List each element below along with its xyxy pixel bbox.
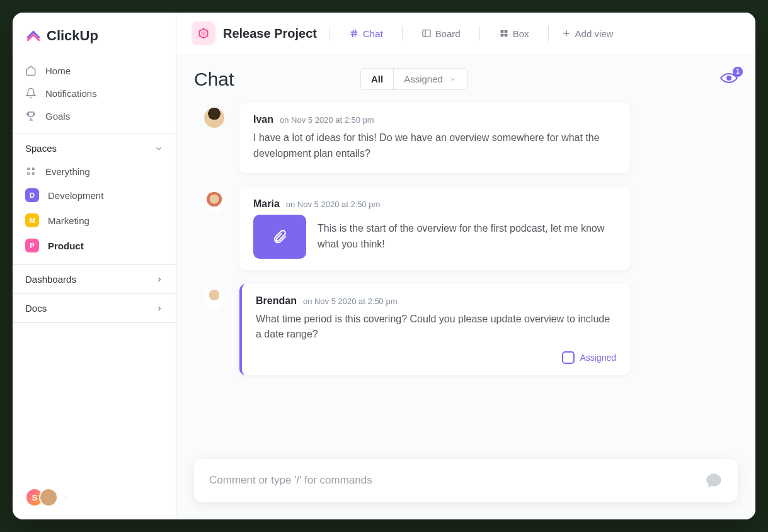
spaces-label: Spaces (25, 143, 57, 154)
svg-point-3 (32, 173, 34, 174)
divider (548, 26, 549, 41)
user-menu[interactable]: S (13, 475, 176, 519)
message-body: What time period is this covering? Could… (256, 312, 616, 343)
svg-point-2 (28, 173, 30, 174)
space-badge: P (25, 239, 39, 252)
nav-goals[interactable]: Goals (13, 105, 176, 127)
message-card[interactable]: Maria on Nov 5 2020 at 2:50 pm This is t… (239, 187, 630, 270)
composer (194, 459, 738, 502)
space-label: Development (48, 190, 103, 201)
message-author: Ivan (253, 114, 273, 125)
primary-nav: Home Notifications Goals (13, 57, 176, 133)
filter-assigned[interactable]: Assigned (394, 69, 467, 89)
message-time: on Nov 5 2020 at 2:50 pm (280, 115, 374, 125)
nav-dashboards[interactable]: Dashboards (13, 265, 176, 293)
filter-label: Assigned (404, 74, 443, 84)
assigned-label: Assigned (580, 353, 616, 363)
bell-icon (25, 88, 37, 99)
tab-label: Box (513, 28, 529, 39)
tab-label: Chat (363, 28, 383, 39)
app-logo[interactable]: ClickUp (13, 13, 176, 57)
add-view-button[interactable]: Add view (561, 28, 614, 39)
logo-text: ClickUp (47, 28, 98, 44)
tab-label: Board (435, 28, 461, 39)
avatar-stack: S (25, 488, 58, 507)
space-label: Everything (45, 166, 90, 177)
message: Maria on Nov 5 2020 at 2:50 pm This is t… (239, 187, 738, 270)
project-title: Release Project (223, 26, 317, 41)
view-tab-box[interactable]: Box (493, 25, 536, 43)
nav-notifications[interactable]: Notifications (13, 82, 176, 105)
spaces-toggle[interactable]: Spaces (13, 134, 176, 160)
space-badge: M (25, 213, 39, 227)
filter-pills: All Assigned (360, 68, 467, 90)
divider (13, 322, 176, 323)
space-everything[interactable]: Everything (13, 160, 176, 183)
space-marketing[interactable]: M Marketing (13, 208, 176, 233)
main-content: Release Project Chat Board Box Add view (176, 13, 755, 519)
space-label: Marketing (48, 215, 89, 226)
chat-header: Chat All Assigned 1 (176, 54, 755, 96)
view-tab-chat[interactable]: Chat (343, 25, 389, 43)
grid-icon (25, 166, 37, 177)
divider (479, 26, 480, 41)
message-time: on Nov 5 2020 at 2:50 pm (303, 297, 398, 306)
svg-point-1 (32, 168, 34, 170)
message-body: This is the start of the overview for th… (318, 221, 616, 252)
space-product[interactable]: P Product (13, 233, 176, 258)
space-development[interactable]: D Development (13, 183, 176, 208)
nav-label: Dashboards (25, 274, 76, 285)
plus-icon (561, 28, 571, 38)
space-badge: D (25, 188, 39, 202)
assigned-toggle[interactable]: Assigned (256, 351, 616, 364)
hash-icon (349, 28, 359, 38)
svg-rect-8 (504, 34, 507, 37)
watchers-button[interactable]: 1 (720, 72, 738, 87)
divider (402, 26, 403, 41)
project-icon (192, 21, 215, 45)
svg-point-0 (28, 168, 30, 170)
nav-home[interactable]: Home (13, 59, 176, 82)
message: Ivan on Nov 5 2020 at 2:50 pm I have a l… (239, 103, 738, 173)
app-window: ClickUp Home Notifications Goals Spaces … (13, 13, 755, 519)
trophy-icon (25, 110, 37, 122)
divider (330, 26, 330, 41)
chat-bubble-icon[interactable] (705, 472, 723, 489)
svg-rect-4 (423, 30, 430, 37)
svg-rect-6 (504, 30, 507, 33)
message-time: on Nov 5 2020 at 2:50 pm (286, 200, 381, 209)
message-author: Brendan (256, 295, 297, 307)
paperclip-icon (272, 229, 288, 245)
chevron-down-icon (63, 495, 68, 500)
filter-all[interactable]: All (361, 69, 394, 89)
box-icon (499, 28, 509, 38)
chevron-down-icon (449, 76, 457, 83)
message-card[interactable]: Brendan on Nov 5 2020 at 2:50 pm What ti… (239, 284, 630, 376)
message-body: I have a lot of ideas for this! Do we ha… (253, 130, 616, 162)
watchers-count: 1 (733, 67, 743, 77)
chevron-right-icon (156, 276, 163, 283)
add-view-label: Add view (575, 28, 614, 39)
message-author: Maria (253, 198, 280, 210)
checkbox-icon (562, 351, 575, 364)
sidebar: ClickUp Home Notifications Goals Spaces … (13, 13, 176, 519)
message-list: Ivan on Nov 5 2020 at 2:50 pm I have a l… (176, 96, 755, 453)
chevron-down-icon (154, 144, 163, 153)
svg-point-9 (727, 76, 731, 80)
composer-input[interactable] (209, 474, 705, 487)
message: Brendan on Nov 5 2020 at 2:50 pm What ti… (239, 284, 738, 376)
attachment[interactable] (253, 215, 306, 259)
space-label: Product (48, 241, 84, 251)
avatar (204, 192, 224, 212)
avatar (39, 488, 58, 507)
nav-label: Goals (45, 111, 70, 122)
avatar (204, 108, 224, 128)
message-card[interactable]: Ivan on Nov 5 2020 at 2:50 pm I have a l… (239, 103, 630, 173)
view-tab-board[interactable]: Board (415, 25, 467, 43)
home-icon (25, 65, 37, 76)
nav-docs[interactable]: Docs (13, 294, 176, 322)
svg-rect-7 (500, 34, 503, 37)
topbar: Release Project Chat Board Box Add view (176, 13, 755, 54)
nav-label: Home (45, 65, 71, 76)
chevron-right-icon (156, 305, 163, 312)
